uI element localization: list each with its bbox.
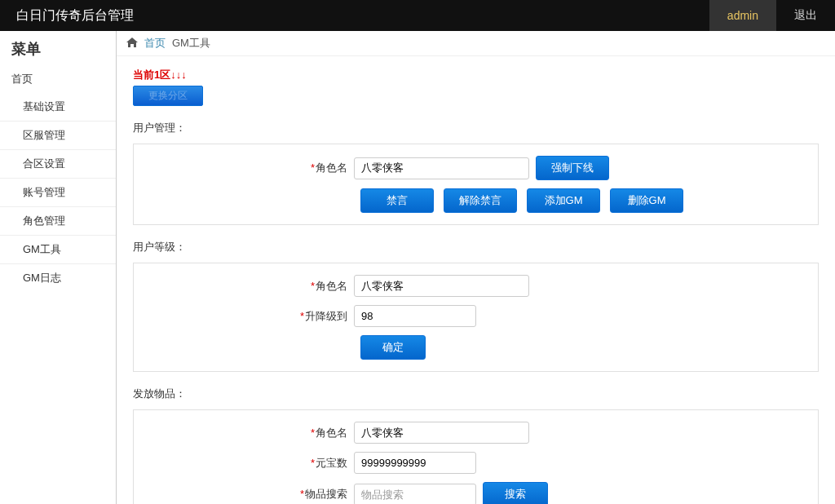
sidebar: 菜单 首页 基础设置 区服管理 合区设置 账号管理 角色管理 GM工具 GM日志 [0, 31, 117, 504]
give-item-panel: *角色名 *元宝数 *物品搜索 [133, 409, 819, 504]
remove-gm-button[interactable]: 删除GM [610, 188, 683, 213]
gi-yb-input[interactable] [354, 452, 476, 474]
give-item-title: 发放物品： [133, 387, 819, 401]
level-role-input[interactable] [354, 275, 529, 297]
zone-indicator: 当前1区↓↓↓ [133, 68, 819, 82]
sidebar-item-gm-tools[interactable]: GM工具 [0, 236, 116, 264]
gi-search-button[interactable]: 搜索 [483, 482, 548, 504]
breadcrumb: 首页 GM工具 [117, 31, 835, 56]
gi-role-input[interactable] [354, 422, 529, 444]
mute-button[interactable]: 禁言 [360, 188, 434, 213]
gi-yb-label: *元宝数 [134, 456, 354, 471]
sidebar-header: 菜单 [0, 31, 116, 65]
gi-search-input[interactable] [354, 484, 476, 505]
breadcrumb-current: GM工具 [172, 36, 210, 51]
level-role-label: *角色名 [134, 279, 354, 294]
topbar-logout-link[interactable]: 退出 [776, 0, 835, 31]
topbar-admin-link[interactable]: admin [709, 0, 776, 31]
sidebar-item-account-management[interactable]: 账号管理 [0, 179, 116, 207]
confirm-level-button[interactable]: 确定 [360, 335, 426, 360]
sidebar-item-merge-zone[interactable]: 合区设置 [0, 150, 116, 179]
level-to-label: *升降级到 [134, 309, 354, 324]
user-mgmt-title: 用户管理： [133, 121, 819, 135]
gi-search-label: *物品搜索 [134, 487, 354, 502]
unmute-button[interactable]: 解除禁言 [444, 188, 517, 213]
level-to-input[interactable] [354, 305, 476, 327]
switch-zone-button[interactable]: 更换分区 [133, 86, 203, 106]
sidebar-item-zone-management[interactable]: 区服管理 [0, 122, 116, 150]
sidebar-item-basic-settings[interactable]: 基础设置 [0, 93, 116, 122]
home-icon [126, 38, 138, 50]
role-name-input[interactable] [354, 157, 529, 179]
gi-role-label: *角色名 [134, 426, 354, 440]
sidebar-item-role-management[interactable]: 角色管理 [0, 207, 116, 236]
breadcrumb-home-link[interactable]: 首页 [144, 36, 166, 51]
app-title: 白日门传奇后台管理 [0, 7, 709, 24]
main: 首页 GM工具 当前1区↓↓↓ 更换分区 用户管理： *角色名 强制下线 [117, 31, 835, 504]
role-name-label: *角色名 [134, 161, 354, 175]
user-level-title: 用户等级： [133, 240, 819, 254]
topbar: 白日门传奇后台管理 admin 退出 [0, 0, 835, 31]
force-offline-button[interactable]: 强制下线 [536, 156, 609, 180]
sidebar-item-gm-log[interactable]: GM日志 [0, 264, 116, 292]
user-mgmt-panel: *角色名 强制下线 禁言 解除禁言 添加GM 删除GM [133, 144, 819, 225]
add-gm-button[interactable]: 添加GM [527, 188, 600, 213]
user-level-panel: *角色名 *升降级到 确定 [133, 263, 819, 372]
sidebar-item-home[interactable]: 首页 [0, 65, 116, 93]
